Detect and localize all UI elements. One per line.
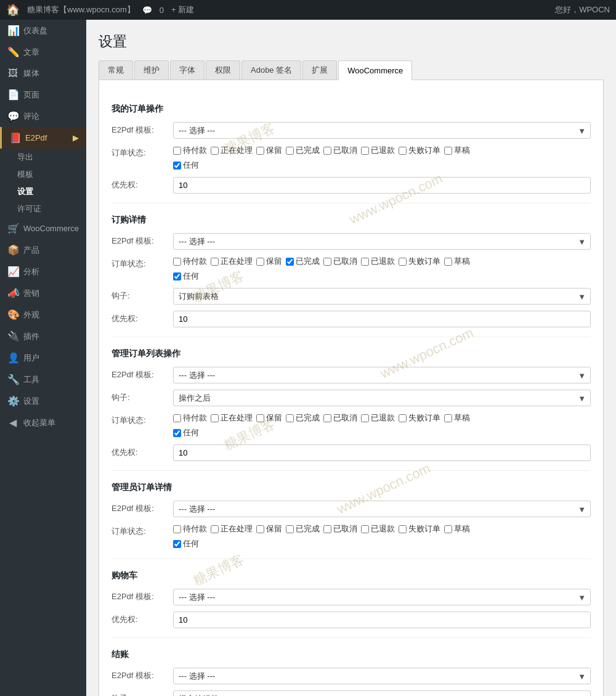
tab-general[interactable]: 常规 <box>99 60 133 80</box>
select-template4[interactable]: --- 选择 --- <box>173 501 591 517</box>
checkbox-failed2[interactable]: 失败订单 <box>399 256 440 267</box>
checkbox-refund4[interactable]: 已退款 <box>361 523 395 534</box>
sidebar-item-posts[interactable]: ✏️ 文章 <box>0 41 86 63</box>
tab-maintain[interactable]: 维护 <box>134 60 169 80</box>
pages-icon: 📄 <box>7 89 18 100</box>
sidebar-item-products[interactable]: 📦 产品 <box>0 239 86 261</box>
checkbox-refund1[interactable]: 已退款 <box>361 145 395 156</box>
sidebar-item-dashboard[interactable]: 📊 仪表盘 <box>0 20 86 41</box>
checkbox-failed4[interactable]: 失败订单 <box>399 523 440 534</box>
comment-count: 0 <box>160 6 164 15</box>
sidebar-item-woocommerce[interactable]: 🛒 WooCommerce <box>0 218 86 239</box>
new-post-button[interactable]: + 新建 <box>171 4 194 15</box>
sidebar-item-analytics[interactable]: 📈 分析 <box>0 261 86 282</box>
checkbox-draft3[interactable]: 草稿 <box>444 412 470 424</box>
sidebar-sub-settings[interactable]: 设置 <box>0 183 86 200</box>
select-hook2[interactable]: 订购前表格 <box>173 288 591 305</box>
sidebar-item-e2pdf[interactable]: 📕 E2Pdf ▶ <box>0 127 86 149</box>
checkbox-hold1[interactable]: 保留 <box>256 145 282 156</box>
tab-woocommerce[interactable]: WooCommerce <box>338 60 412 80</box>
checkbox-pending1[interactable]: 待付款 <box>173 145 207 156</box>
sidebar-item-appearance[interactable]: 🎨 外观 <box>0 304 86 325</box>
input-priority1[interactable] <box>173 177 591 194</box>
form-row-status2: 订单状态: 待付款 正在处理 保留 已完成 已取消 已退款 失败订单 草稿 任何 <box>111 256 591 282</box>
sidebar-label-site-settings: 设置 <box>23 396 39 407</box>
tab-extension[interactable]: 扩展 <box>302 60 337 80</box>
checkbox-processing2[interactable]: 正在处理 <box>211 256 253 267</box>
tab-font[interactable]: 字体 <box>170 60 205 80</box>
checkbox-refund2[interactable]: 已退款 <box>361 256 395 267</box>
sidebar-label-marketing: 营销 <box>23 288 39 299</box>
checkbox-processing3[interactable]: 正在处理 <box>211 412 253 424</box>
checkbox-pending4[interactable]: 待付款 <box>173 523 207 534</box>
site-name[interactable]: 糖果博客【www.wpocn.com】 <box>27 4 135 15</box>
checkbox-hold4[interactable]: 保留 <box>256 523 282 534</box>
select-template2[interactable]: --- 选择 --- <box>173 233 591 250</box>
label-template4: E2Pdf 模板: <box>111 501 173 514</box>
sidebar-item-users[interactable]: 👤 用户 <box>0 347 86 369</box>
form-row-priority5: 优先权: <box>111 612 591 628</box>
checkbox-hold3[interactable]: 保留 <box>256 412 282 424</box>
select-template3[interactable]: --- 选择 --- <box>173 367 591 383</box>
checkbox-cancel2[interactable]: 已取消 <box>323 256 357 267</box>
sidebar-item-media[interactable]: 🖼 媒体 <box>0 63 86 84</box>
form-row-priority1: 优先权: <box>111 177 591 194</box>
checkbox-processing1[interactable]: 正在处理 <box>211 145 253 156</box>
checkbox-draft2[interactable]: 草稿 <box>444 256 470 267</box>
sidebar-sub-license[interactable]: 许可证 <box>0 200 86 218</box>
sidebar-sub-template[interactable]: 模板 <box>0 166 86 183</box>
sidebar-item-tools[interactable]: 🔧 工具 <box>0 369 86 390</box>
checkbox-any1[interactable]: 任何 <box>173 160 591 171</box>
checkbox-cancel3[interactable]: 已取消 <box>323 412 357 424</box>
checkbox-complete1[interactable]: 已完成 <box>286 145 320 156</box>
sidebar-sub-export[interactable]: 导出 <box>0 149 86 166</box>
checkbox-pending2[interactable]: 待付款 <box>173 256 207 267</box>
sidebar-item-collapse[interactable]: ◀ 收起菜单 <box>0 412 86 433</box>
checkbox-any4[interactable]: 任何 <box>173 538 591 549</box>
sidebar-item-plugins[interactable]: 🔌 插件 <box>0 325 86 347</box>
select-template5[interactable]: --- 选择 --- <box>173 589 591 605</box>
input-priority5[interactable] <box>173 612 591 628</box>
tab-adobe[interactable]: Adobe 签名 <box>241 60 301 80</box>
select-template1[interactable]: --- 选择 --- <box>173 122 591 139</box>
sidebar-label-pages: 页面 <box>23 89 39 100</box>
form-row-hook6: 钩子: 提交按钮前 ▼ <box>111 690 591 696</box>
checkbox-draft1[interactable]: 草稿 <box>444 145 470 156</box>
sidebar-item-pages[interactable]: 📄 页面 <box>0 84 86 105</box>
checkbox-complete4[interactable]: 已完成 <box>286 523 320 534</box>
checkbox-pending3[interactable]: 待付款 <box>173 412 207 424</box>
checkbox-processing4[interactable]: 正在处理 <box>211 523 253 534</box>
checkbox-complete2[interactable]: 已完成 <box>286 256 320 267</box>
checkbox-any2[interactable]: 任何 <box>173 271 591 282</box>
form-row-template2: E2Pdf 模板: --- 选择 --- ▼ <box>111 233 591 250</box>
checkbox-complete3[interactable]: 已完成 <box>286 412 320 424</box>
input-wrap-priority5 <box>173 612 591 628</box>
input-wrap-priority3 <box>173 444 591 461</box>
sidebar-label-posts: 文章 <box>23 47 39 58</box>
checkbox-failed3[interactable]: 失败订单 <box>399 412 440 424</box>
input-priority3[interactable] <box>173 444 591 461</box>
checkbox-failed1[interactable]: 失败订单 <box>399 145 440 156</box>
appearance-icon: 🎨 <box>7 309 18 321</box>
form-row-status3: 订单状态: 待付款 正在处理 保留 已完成 已取消 已退款 失败订单 草稿 任何 <box>111 412 591 438</box>
marketing-icon: 📣 <box>7 287 18 299</box>
input-priority2[interactable] <box>173 311 591 327</box>
checkbox-any3[interactable]: 任何 <box>173 427 591 438</box>
sidebar-item-comments[interactable]: 💬 评论 <box>0 105 86 127</box>
checkbox-draft4[interactable]: 草稿 <box>444 523 470 534</box>
sidebar-label-tools: 工具 <box>23 374 39 385</box>
select-hook6[interactable]: 提交按钮前 <box>173 690 591 696</box>
checkbox-refund3[interactable]: 已退款 <box>361 412 395 424</box>
sidebar-item-marketing[interactable]: 📣 营销 <box>0 282 86 304</box>
select-hook3[interactable]: 操作之后 <box>173 390 591 406</box>
checkbox-cancel1[interactable]: 已取消 <box>323 145 357 156</box>
select-template6[interactable]: --- 选择 --- <box>173 668 591 684</box>
label-status3: 订单状态: <box>111 412 173 426</box>
sidebar-item-site-settings[interactable]: ⚙️ 设置 <box>0 390 86 412</box>
checkbox-cancel4[interactable]: 已取消 <box>323 523 357 534</box>
sidebar-label-comments: 评论 <box>23 111 39 122</box>
analytics-icon: 📈 <box>7 266 18 277</box>
tab-rights[interactable]: 权限 <box>206 60 240 80</box>
checkbox-hold2[interactable]: 保留 <box>256 256 282 267</box>
form-row-template1: E2Pdf 模板: --- 选择 --- ▼ <box>111 122 591 139</box>
